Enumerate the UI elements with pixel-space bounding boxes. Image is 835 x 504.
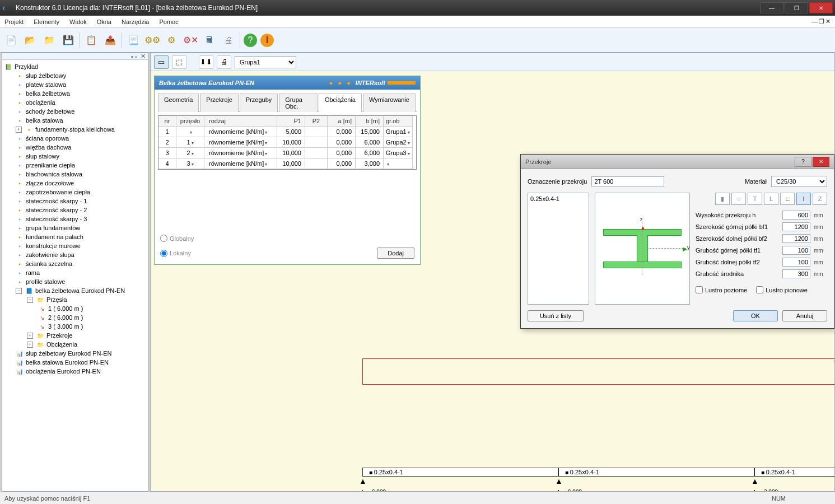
window-maximize-button[interactable]: ❐ (785, 2, 808, 13)
expand-icon[interactable]: − (16, 288, 22, 294)
dimension-input[interactable] (782, 258, 810, 267)
tab-przeguby[interactable]: Przeguby (240, 94, 278, 112)
dimension-input[interactable] (782, 234, 810, 243)
dimension-input[interactable] (782, 246, 810, 255)
tree-item[interactable]: słup żelbetowy Eurokod PN-EN (26, 350, 111, 357)
print-icon[interactable]: 🖨 (221, 32, 236, 48)
tree-item[interactable]: schody żelbetowe (26, 108, 74, 115)
tree-item[interactable]: profile stalowe (26, 278, 65, 285)
tree-item[interactable]: belka stalowa (26, 117, 63, 124)
menu-elementy[interactable]: Elementy (34, 18, 59, 25)
menu-narzedzia[interactable]: Narzędzia (122, 18, 150, 25)
tree-item[interactable]: konstrukcje murowe (26, 242, 81, 249)
shape-c-icon[interactable]: ⊏ (780, 193, 795, 205)
tree-item[interactable]: fundament na palach (26, 234, 83, 240)
export-icon[interactable]: 📤 (102, 32, 118, 48)
tree-item[interactable]: obciążenia (26, 99, 55, 106)
folder-icon[interactable]: 📁 (41, 32, 57, 48)
tree-span-3[interactable]: 3 ( 3.000 m ) (48, 323, 83, 330)
tree-item[interactable]: fundamenty-stopa kielichowa (35, 126, 115, 133)
new-file-icon[interactable]: 📄 (3, 32, 19, 48)
shape-circle-icon[interactable]: ○ (731, 193, 746, 205)
project-tree[interactable]: 📗Przykład ▪słup żelbetowy▪płatew stalowa… (2, 60, 148, 378)
calculator-icon[interactable]: 🖩 (202, 32, 217, 48)
page-icon[interactable]: 📃 (125, 32, 141, 48)
mdi-minimize-icon[interactable]: — (811, 18, 818, 25)
loads-icon[interactable]: ⬇⬇ (199, 55, 213, 69)
radio-lokalny[interactable] (160, 250, 167, 257)
tree-item[interactable]: przenikanie ciepła (26, 162, 75, 169)
tree-item[interactable]: grupa fundamentów (26, 225, 80, 231)
tree-item[interactable]: stateczność skarpy - 1 (26, 198, 87, 204)
tree-item[interactable]: płatew stalowa (26, 81, 66, 88)
list-item[interactable]: 0.25x0.4-1 (530, 195, 586, 202)
window-minimize-button[interactable]: — (760, 2, 783, 13)
tab-wymiarowanie[interactable]: Wymiarowanie (363, 94, 416, 112)
tree-item[interactable]: stateczność skarpy - 2 (26, 207, 87, 213)
view-3d-icon[interactable]: ⬚ (172, 55, 186, 69)
shape-l-icon[interactable]: L (764, 193, 778, 205)
tree-span-1[interactable]: 1 ( 6.000 m ) (48, 305, 83, 312)
table-row[interactable]: 1▾równomierne [kN/m]▾5,0000,00015,000Gru… (158, 127, 416, 137)
copy-icon[interactable]: 📋 (83, 32, 99, 48)
menu-projekt[interactable]: Projekt (4, 18, 24, 25)
sidebar-close-icon[interactable]: ✕ (141, 53, 146, 60)
table-row[interactable]: 32▾równomierne [kN/m]▾10,0000,0006,000Gr… (158, 148, 416, 158)
tree-item[interactable]: belka żelbetowa Eurokod PN-EN (35, 287, 125, 294)
anuluj-button[interactable]: Anuluj (782, 310, 827, 321)
help-icon[interactable]: ? (244, 34, 257, 47)
dialog-close-button[interactable]: ✕ (813, 157, 829, 167)
tree-item[interactable]: rama (26, 269, 40, 276)
tree-item[interactable]: więźba dachowa (26, 144, 71, 151)
tree-item[interactable]: ścianka szczelna (26, 260, 72, 267)
tree-span-2[interactable]: 2 ( 6.000 m ) (48, 314, 83, 321)
menu-pomoc[interactable]: Pomoc (160, 18, 179, 25)
menu-okna[interactable]: Okna (97, 18, 111, 25)
save-icon[interactable]: 💾 (60, 32, 76, 48)
gear-delete-icon[interactable]: ⚙✕ (183, 32, 198, 48)
tab-grupa-obc[interactable]: Grupa Obc. (279, 94, 318, 112)
ok-button[interactable]: OK (733, 310, 778, 321)
gears-icon[interactable]: ⚙⚙ (144, 32, 160, 48)
shape-t-icon[interactable]: T (748, 193, 762, 205)
dimension-input[interactable] (782, 269, 810, 278)
tree-loads[interactable]: Obciążenia (46, 341, 77, 348)
expand-icon[interactable]: + (27, 342, 33, 348)
tree-sections[interactable]: Przekroje (46, 332, 72, 339)
menu-widok[interactable]: Widok (69, 18, 87, 25)
tree-item[interactable]: słup żelbetowy (26, 72, 66, 79)
gear-icon[interactable]: ⚙ (164, 32, 179, 48)
shape-i-icon[interactable]: I (796, 193, 811, 205)
lustro-poziome-checkbox[interactable] (696, 286, 703, 293)
info-icon[interactable]: I (260, 34, 274, 47)
tree-item[interactable]: obciążenia Eurokod PN-EN (26, 368, 101, 375)
ozn-input[interactable] (591, 176, 664, 186)
dimension-input[interactable] (782, 222, 810, 231)
tree-item[interactable]: belka stalowa Eurokod PN-EN (26, 359, 109, 366)
material-select[interactable]: C25/30 (771, 176, 827, 187)
tree-spans[interactable]: Przęsła (46, 296, 67, 303)
dodaj-button[interactable]: Dodaj (377, 248, 414, 259)
section-list[interactable]: 0.25x0.4-1 (528, 193, 589, 305)
view-mode-icon[interactable]: ▭ (154, 55, 169, 69)
dialog-help-button[interactable]: ? (795, 157, 811, 167)
tree-item[interactable]: belka żelbetowa (26, 90, 70, 97)
radio-globalny[interactable] (160, 235, 167, 242)
group-select[interactable]: Grupa1 (235, 56, 296, 68)
tab-obciazenia[interactable]: Obciążenia (319, 94, 362, 112)
mdi-close-icon[interactable]: ✕ (825, 18, 831, 25)
usun-button[interactable]: Usuń z listy (528, 310, 584, 321)
expand-icon[interactable]: + (16, 127, 22, 133)
tab-geometria[interactable]: Geometria (158, 94, 199, 112)
shape-rect-icon[interactable]: ▮ (715, 193, 730, 205)
tab-przekroje[interactable]: Przekroje (200, 94, 238, 112)
tree-item[interactable]: stateczność skarpy - 3 (26, 216, 87, 222)
tree-item[interactable]: blachownica stalowa (26, 171, 82, 178)
sidebar-pin-icon[interactable]: ▪ ▫ (131, 53, 137, 60)
expand-icon[interactable]: + (27, 333, 33, 339)
tree-item[interactable]: zakotwienie słupa (26, 251, 74, 258)
tree-item[interactable]: ściana oporowa (26, 135, 69, 142)
mdi-restore-icon[interactable]: ❐ (819, 18, 824, 25)
lustro-pionowe-checkbox[interactable] (756, 286, 763, 293)
open-folder-icon[interactable]: 📂 (22, 32, 38, 48)
